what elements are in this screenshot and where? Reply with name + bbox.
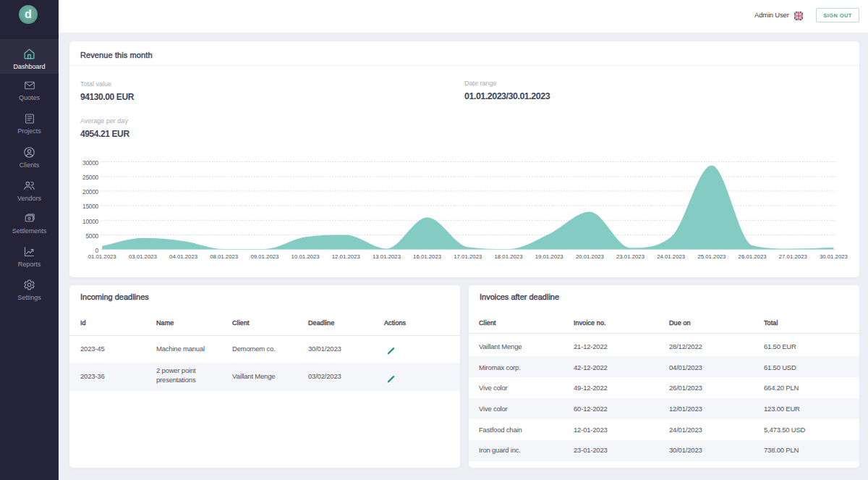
svg-text:5000: 5000 bbox=[85, 232, 98, 240]
svg-text:25.01.2023: 25.01.2023 bbox=[697, 253, 726, 260]
svg-text:13.01.2023: 13.01.2023 bbox=[373, 253, 401, 260]
svg-text:20.01.2023: 20.01.2023 bbox=[576, 253, 604, 260]
svg-text:25000: 25000 bbox=[82, 174, 99, 181]
svg-text:19.01.2023: 19.01.2023 bbox=[535, 253, 563, 260]
svg-text:23.01.2023: 23.01.2023 bbox=[616, 253, 644, 260]
svg-text:27.01.2023: 27.01.2023 bbox=[779, 253, 807, 260]
svg-text:01.01.2023: 01.01.2023 bbox=[88, 253, 116, 260]
svg-text:17.01.2023: 17.01.2023 bbox=[454, 253, 482, 260]
svg-text:08.01.2023: 08.01.2023 bbox=[210, 253, 238, 260]
svg-text:15000: 15000 bbox=[82, 203, 99, 210]
svg-text:04.01.2023: 04.01.2023 bbox=[169, 253, 197, 260]
svg-text:10000: 10000 bbox=[82, 218, 99, 225]
svg-text:30000: 30000 bbox=[82, 159, 99, 167]
svg-text:12.01.2023: 12.01.2023 bbox=[332, 253, 360, 260]
svg-text:24.01.2023: 24.01.2023 bbox=[657, 253, 685, 260]
svg-text:30.01.2023: 30.01.2023 bbox=[820, 253, 848, 260]
svg-text:26.01.2023: 26.01.2023 bbox=[739, 253, 767, 260]
svg-text:16.01.2023: 16.01.2023 bbox=[413, 253, 441, 260]
svg-text:03.01.2023: 03.01.2023 bbox=[129, 253, 157, 260]
svg-text:20000: 20000 bbox=[82, 188, 99, 195]
svg-text:18.01.2023: 18.01.2023 bbox=[494, 253, 522, 260]
svg-text:10.01.2023: 10.01.2023 bbox=[292, 253, 320, 260]
svg-text:09.01.2023: 09.01.2023 bbox=[250, 253, 278, 260]
